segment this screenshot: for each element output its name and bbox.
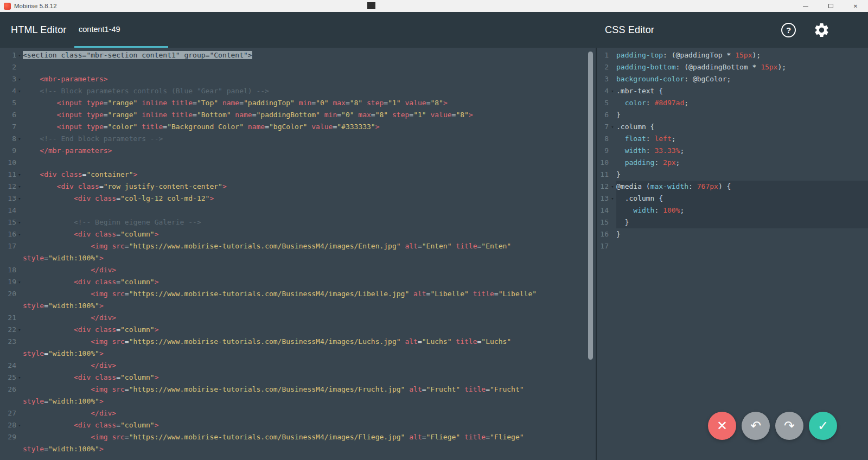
fold-arrow-icon[interactable]: ▾ xyxy=(16,276,23,288)
code-text: @media (max-width: 767px) { xyxy=(616,181,868,193)
minimize-button[interactable] xyxy=(793,0,818,12)
fold-arrow-icon[interactable]: ▾ xyxy=(16,216,23,228)
code-line-16[interactable]: 16▾ <div class="column"> xyxy=(0,228,596,240)
html-editor-scrollbar[interactable] xyxy=(588,52,593,360)
fold-arrow-icon[interactable]: ▾ xyxy=(16,372,23,384)
code-line-2[interactable]: 2padding-bottom: (@paddingBottom * 15px)… xyxy=(597,61,868,73)
code-line-5[interactable]: 5 color: #8d97ad; xyxy=(597,97,868,109)
code-line-wrap[interactable]: style="width:100%"> xyxy=(0,395,596,407)
code-line-22[interactable]: 22▾ <div class="column"> xyxy=(0,324,596,336)
fold-gutter xyxy=(16,109,23,121)
code-line-13[interactable]: 13▾ <div class="col-lg-12 col-md-12"> xyxy=(0,193,596,205)
tab-content1-49[interactable]: content1-49 xyxy=(74,12,168,48)
fold-arrow-icon[interactable]: ▾ xyxy=(16,228,23,240)
code-line-15[interactable]: 15▾ <!-- Beginn eigene Galerie --> xyxy=(0,216,596,228)
code-text: background-color: @bgColor; xyxy=(616,73,868,85)
code-line-11[interactable]: 11▾ <div class="container"> xyxy=(0,169,596,181)
code-line-12[interactable]: 12▾ <div class="row justify-content-cent… xyxy=(0,181,596,193)
code-line-9[interactable]: 9 width: 33.33%; xyxy=(597,145,868,157)
code-line-wrap[interactable]: style="width:100%"> xyxy=(0,443,596,455)
code-line-10[interactable]: 10 padding: 2px; xyxy=(597,157,868,169)
code-line-19[interactable]: 19▾ <div class="column"> xyxy=(0,276,596,288)
code-line-25[interactable]: 25▾ <div class="column"> xyxy=(0,372,596,384)
discard-button[interactable]: ✕ xyxy=(708,412,736,440)
save-button[interactable]: ✓ xyxy=(809,412,837,440)
code-line-3[interactable]: 3▾ <mbr-parameters> xyxy=(0,73,596,85)
code-line-10[interactable]: 10 xyxy=(0,157,596,169)
code-line-wrap[interactable]: style="width:100%"> xyxy=(0,252,596,264)
line-number: 17 xyxy=(0,240,16,252)
code-line-wrap[interactable]: style="width:100%"> xyxy=(0,300,596,312)
code-line-9[interactable]: 9 </mbr-parameters> xyxy=(0,145,596,157)
code-line-1[interactable]: 1padding-top: (@paddingTop * 15px); xyxy=(597,49,868,61)
code-line-15[interactable]: 15 } xyxy=(597,216,868,228)
code-line-5[interactable]: 5 <input type="range" inline title="Top"… xyxy=(0,97,596,109)
code-line-3[interactable]: 3background-color: @bgColor; xyxy=(597,73,868,85)
css-editor-title: CSS Editor xyxy=(605,12,654,48)
code-line-29[interactable]: 29 <img src="https://www.mobirise-tutori… xyxy=(0,431,596,443)
maximize-button[interactable] xyxy=(818,0,843,12)
help-icon[interactable]: ? xyxy=(781,23,796,37)
code-line-20[interactable]: 20 <img src="https://www.mobirise-tutori… xyxy=(0,288,596,300)
code-line-24[interactable]: 24 </div> xyxy=(0,360,596,372)
code-line-12[interactable]: 12▾@media (max-width: 767px) { xyxy=(597,181,868,193)
fold-arrow-icon[interactable]: ▾ xyxy=(16,181,23,193)
code-line-8[interactable]: 8▾ <!-- End block parameters --> xyxy=(0,133,596,145)
code-line-4[interactable]: 4▾.mbr-text { xyxy=(597,85,868,97)
fold-arrow-icon[interactable]: ▾ xyxy=(609,85,616,97)
titlebar-center-artifact xyxy=(367,2,375,9)
code-line-14[interactable]: 14 xyxy=(0,205,596,216)
code-text: <img src="https://www.mobirise-tutorials… xyxy=(23,288,596,300)
redo-button[interactable]: ↷ xyxy=(775,412,803,440)
code-text: } xyxy=(616,109,868,121)
fold-gutter xyxy=(16,300,23,312)
fold-gutter xyxy=(609,169,616,181)
code-line-7[interactable]: 7 <input type="color" title="Background … xyxy=(0,121,596,133)
code-line-14[interactable]: 14 width: 100%; xyxy=(597,205,868,216)
fold-arrow-icon[interactable]: ▾ xyxy=(609,181,616,193)
code-text: <input type="range" inline title="Top" n… xyxy=(23,97,596,109)
css-editor-pane[interactable]: 1padding-top: (@paddingTop * 15px);2padd… xyxy=(597,48,868,460)
code-line-26[interactable]: 26 <img src="https://www.mobirise-tutori… xyxy=(0,384,596,395)
fold-gutter xyxy=(609,205,616,216)
close-window-button[interactable]: ✕ xyxy=(843,0,868,12)
line-number: 13 xyxy=(597,193,609,205)
code-line-7[interactable]: 7▾.column { xyxy=(597,121,868,133)
fold-arrow-icon[interactable]: ▾ xyxy=(16,49,23,61)
code-line-4[interactable]: 4▾ <!-- Block parameters controls (Blue … xyxy=(0,85,596,97)
code-line-6[interactable]: 6} xyxy=(597,109,868,121)
fold-arrow-icon[interactable]: ▾ xyxy=(16,324,23,336)
code-line-27[interactable]: 27 </div> xyxy=(0,407,596,419)
fold-arrow-icon[interactable]: ▾ xyxy=(16,73,23,85)
fold-arrow-icon[interactable]: ▾ xyxy=(609,193,616,205)
code-line-28[interactable]: 28▾ <div class="column"> xyxy=(0,419,596,431)
code-line-6[interactable]: 6 <input type="range" inline title="Bott… xyxy=(0,109,596,121)
fold-arrow-icon[interactable]: ▾ xyxy=(16,133,23,145)
code-line-wrap[interactable]: style="width:100%"> xyxy=(0,348,596,360)
undo-button[interactable]: ↶ xyxy=(742,412,770,440)
code-text: style="width:100%"> xyxy=(23,443,596,455)
fold-arrow-icon[interactable]: ▾ xyxy=(16,419,23,431)
code-line-17[interactable]: 17 <img src="https://www.mobirise-tutori… xyxy=(0,240,596,252)
code-line-11[interactable]: 11} xyxy=(597,169,868,181)
code-line-8[interactable]: 8 float: left; xyxy=(597,133,868,145)
fold-arrow-icon[interactable]: ▾ xyxy=(16,193,23,205)
code-line-13[interactable]: 13▾ .column { xyxy=(597,193,868,205)
code-text xyxy=(23,157,596,169)
code-line-18[interactable]: 18 </div> xyxy=(0,264,596,276)
fold-arrow-icon[interactable]: ▾ xyxy=(16,169,23,181)
code-line-16[interactable]: 16} xyxy=(597,228,868,240)
editor-header: HTML Editor content1-49 CSS Editor ? xyxy=(0,12,868,48)
code-text: style="width:100%"> xyxy=(23,300,596,312)
code-line-1[interactable]: 1▾<section class="mbr-section content1" … xyxy=(0,49,596,61)
code-line-2[interactable]: 2 xyxy=(0,61,596,73)
fold-arrow-icon[interactable]: ▾ xyxy=(16,85,23,97)
code-line-23[interactable]: 23 <img src="https://www.mobirise-tutori… xyxy=(0,336,596,348)
code-line-17[interactable]: 17 xyxy=(597,240,868,252)
gear-icon[interactable] xyxy=(813,22,830,39)
code-text: <div class="column"> xyxy=(23,419,596,431)
code-line-21[interactable]: 21 </div> xyxy=(0,312,596,324)
fold-arrow-icon[interactable]: ▾ xyxy=(609,121,616,133)
html-editor-pane[interactable]: 1▾<section class="mbr-section content1" … xyxy=(0,48,597,460)
code-text: <mbr-parameters> xyxy=(23,73,596,85)
